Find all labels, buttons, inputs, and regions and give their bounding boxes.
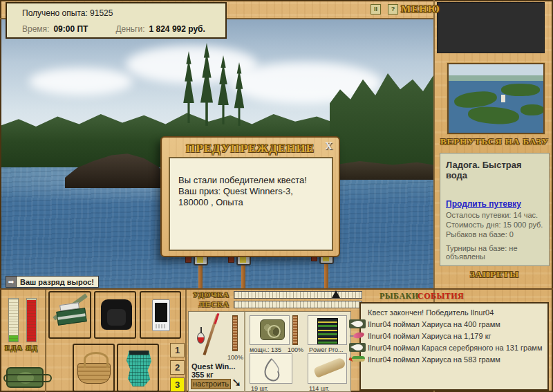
tab-events[interactable]: СОБЫТИЯ (418, 291, 464, 301)
money-label: Деньги: (115, 24, 144, 34)
experience-line: Получено опыта: 91525 (22, 8, 113, 18)
rod-cell[interactable]: 100% Quest Win... 355 кг настроить ➘ (189, 312, 245, 392)
poison-label: ЯД (24, 344, 40, 352)
time-label: Время: (22, 24, 49, 34)
warning-dialog: ПРЕДУПРЕЖДЕНИЕ X Вы стали победителем кв… (160, 136, 340, 257)
bell-icon (185, 256, 191, 263)
divider (185, 290, 187, 392)
line-name: Power Pro... (309, 346, 344, 353)
reel-slot[interactable] (250, 315, 290, 345)
rod-handle (324, 264, 328, 288)
rod-page-3[interactable]: 3 (170, 377, 185, 392)
extend-ticket-link[interactable]: Продлить путевку (446, 199, 521, 209)
tackle-panel: 100% Quest Win... 355 кг настроить ➘ мощ… (188, 311, 351, 392)
poison-bar-ticks (27, 299, 36, 342)
rod-durability-bar (232, 315, 238, 351)
food-bar-ticks (9, 299, 18, 342)
reel-durability-bar (292, 315, 298, 345)
events-panel: Квест закончен! Победитель Ilnur04 Ilnur… (359, 302, 549, 391)
island (467, 105, 519, 125)
dialog-title: ПРЕДУПРЕЖДЕНИЕ (162, 142, 339, 156)
rod-page-2[interactable]: 2 (170, 360, 185, 375)
close-icon[interactable]: X (325, 140, 332, 152)
event-row: Ilnur04 поймал Хариуса на 1,179 кг (368, 332, 543, 344)
island (501, 84, 540, 96)
reel-icon (260, 319, 285, 340)
ad-banner (437, 2, 545, 53)
slot-basket[interactable] (73, 344, 115, 392)
event-text: Ilnur04 поймал Хариуса на 1,179 кг (368, 332, 491, 340)
rank-notification[interactable]: ➡ Ваш разряд вырос! (6, 276, 99, 288)
event-text: Квест закончен! Победитель Ilnur04 (368, 308, 494, 317)
bait-count: 114 шт. (309, 385, 330, 392)
time-value: 09:00 ПТ (53, 24, 88, 34)
return-to-base-button[interactable]: ВЕРНУТЬСЯ НА БАЗУ (435, 136, 553, 147)
church-landmark (501, 95, 505, 102)
money-value: 1 824 992 руб. (149, 24, 205, 34)
bait-slot[interactable] (308, 353, 347, 384)
rod-tension-meter (234, 291, 362, 299)
bait-icon (313, 357, 346, 378)
rod-handle (198, 265, 203, 288)
slot-keepnet[interactable] (117, 344, 159, 392)
slot-phone[interactable] (140, 291, 181, 339)
tab-fishers[interactable]: РЫБАКИ (379, 291, 419, 301)
cooler-bag-item[interactable] (6, 367, 44, 388)
rod-with-float-icon (193, 315, 229, 353)
event-row: Ilnur04 поймал Карася серебряного на 131… (368, 344, 543, 355)
fishing-rod-1[interactable] (185, 254, 213, 288)
food-label: ЕДА (3, 344, 24, 352)
slot-backpack[interactable] (94, 291, 136, 339)
line-meter-label: ЛЕСКА (188, 300, 229, 308)
dialog-body: Вы стали победителем квеста! Ваш приз: Q… (169, 157, 333, 251)
rod-meter-label: УДОЧКА (188, 290, 229, 299)
rod-page-1[interactable]: 1 (170, 343, 185, 357)
keepnet-icon (126, 351, 151, 386)
player-info-panel: Получено опыта: 91525 Время: 09:00 ПТ Де… (6, 2, 227, 39)
bell-icon (228, 256, 234, 263)
event-row: Ilnur04 поймал Хариуса на 583 грамм (368, 355, 543, 367)
rod-name: Quest Win... (191, 362, 235, 371)
hook-count: 19 шт. (251, 385, 268, 392)
fishers-on-base: Рыбаков на базе: 0 (446, 230, 543, 239)
slot-tackle-box[interactable] (48, 291, 91, 339)
line-slot[interactable] (308, 315, 347, 345)
event-text: Ilnur04 поймал Карася серебряного на 131… (368, 344, 542, 352)
event-text: Ilnur04 поймал Хариуса на 583 грамм (368, 355, 500, 364)
tournaments-on-base: Турниры на базе: не объявлены (446, 244, 543, 261)
location-title: Ладога. Быстрая вода (446, 160, 543, 180)
location-photo (447, 63, 545, 134)
help-button[interactable]: ? (388, 4, 398, 15)
event-row: Ilnur04 поймал Хариуса на 400 грамм (368, 320, 543, 332)
notification-text: Ваш разряд вырос! (20, 278, 94, 286)
location-info-panel: Ладога. Быстрая вода Продлить путевку Ос… (440, 153, 550, 266)
ticket-remaining: Осталось путевки: 14 час. (446, 211, 543, 219)
day-cost: Стоимость дня: 15 000 руб. (446, 221, 543, 229)
configure-button[interactable]: настроить (191, 379, 231, 389)
cast-arrow-icon[interactable]: ➘ (232, 375, 241, 390)
event-text: Ilnur04 поймал Хариуса на 400 грамм (368, 320, 500, 328)
rod-durability: 100% (227, 354, 243, 361)
reel-power: мощн.: 135 (250, 346, 281, 353)
fishing-rod-3[interactable] (311, 253, 339, 288)
basket-icon (77, 363, 111, 384)
island (521, 104, 544, 115)
menu-button[interactable]: МЕНЮ (401, 3, 440, 15)
food-bar (8, 298, 19, 342)
event-icon (349, 343, 366, 352)
dialog-message: Вы стали победителем квеста! Ваш приз: Q… (170, 158, 332, 208)
event-row: Квест закончен! Победитель Ilnur04 (368, 308, 543, 320)
hook-icon (261, 357, 282, 382)
event-icon (349, 355, 366, 364)
arrow-icon: ➡ (6, 277, 17, 287)
phone-icon (152, 299, 170, 331)
pause-button[interactable]: II (371, 4, 381, 15)
hook-slot[interactable] (250, 353, 292, 384)
cloud (29, 68, 133, 95)
fishing-rod-2[interactable] (228, 254, 256, 288)
bans-button[interactable]: ЗАПРЕТЫ (435, 269, 553, 280)
event-icon (349, 331, 366, 340)
event-icon (349, 319, 366, 328)
poison-bar (26, 298, 37, 342)
line-tension-meter (234, 301, 362, 308)
